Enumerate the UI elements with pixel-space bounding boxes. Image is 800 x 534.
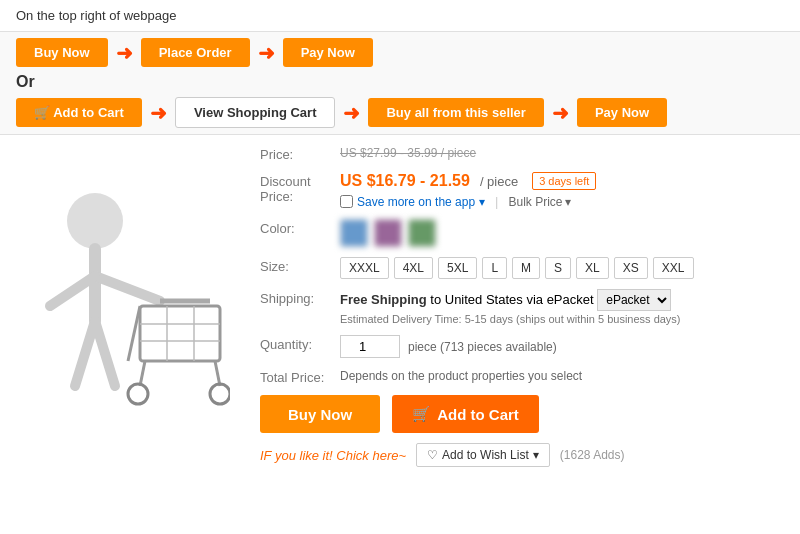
size-xxxl[interactable]: XXXL bbox=[340, 257, 389, 279]
save-app-checkbox[interactable]: Save more on the app ▾ bbox=[340, 195, 485, 209]
cart-icon-btn: 🛒 bbox=[412, 405, 431, 423]
discount-row: DiscountPrice: US $16.79 - 21.59 / piece… bbox=[260, 172, 790, 209]
size-5xl[interactable]: 5XL bbox=[438, 257, 477, 279]
shipping-info: Free Shipping to United States via ePack… bbox=[340, 289, 790, 311]
total-price-row: Total Price: Depends on the product prop… bbox=[260, 368, 790, 385]
color-swatch-1[interactable] bbox=[340, 219, 368, 247]
if-like-text: IF you like it! Chick here~ bbox=[260, 448, 406, 463]
quantity-label: Quantity: bbox=[260, 335, 340, 352]
quantity-value: piece (713 pieces available) bbox=[340, 335, 790, 358]
place-order-button[interactable]: Place Order bbox=[141, 38, 250, 67]
top-banner-text: On the top right of webpage bbox=[16, 8, 176, 23]
heart-icon: ♡ bbox=[427, 448, 438, 462]
color-value bbox=[340, 219, 790, 247]
size-xs[interactable]: XS bbox=[614, 257, 648, 279]
quantity-available: piece (713 pieces available) bbox=[408, 340, 557, 354]
price-discount: US $16.79 - 21.59 bbox=[340, 172, 470, 190]
flow-row-1: Buy Now ➜ Place Order ➜ Pay Now bbox=[16, 38, 784, 67]
color-label: Color: bbox=[260, 219, 340, 236]
cart-figure-svg bbox=[20, 176, 230, 436]
svg-line-5 bbox=[95, 321, 115, 386]
shipping-label: Shipping: bbox=[260, 289, 340, 306]
discount-value: US $16.79 - 21.59 / piece 3 days left Sa… bbox=[340, 172, 790, 209]
quantity-row: Quantity: piece (713 pieces available) bbox=[260, 335, 790, 358]
add-to-cart-flow-button[interactable]: 🛒 Add to Cart bbox=[16, 98, 142, 127]
size-s[interactable]: S bbox=[545, 257, 571, 279]
days-left-badge: 3 days left bbox=[532, 172, 596, 190]
view-shopping-cart-button[interactable]: View Shopping Cart bbox=[175, 97, 336, 128]
add-to-cart-main-button[interactable]: 🛒 Add to Cart bbox=[392, 395, 539, 433]
if-like-row: IF you like it! Chick here~ ♡ Add to Wis… bbox=[260, 443, 790, 467]
shipping-select[interactable]: ePacket bbox=[597, 289, 671, 311]
arrow-4: ➜ bbox=[343, 101, 360, 125]
svg-line-3 bbox=[50, 276, 95, 306]
or-label: Or bbox=[16, 73, 35, 91]
size-label: Size: bbox=[260, 257, 340, 274]
save-app-input[interactable] bbox=[340, 195, 353, 208]
size-xl[interactable]: XL bbox=[576, 257, 609, 279]
shipping-value: Free Shipping to United States via ePack… bbox=[340, 289, 790, 325]
buy-all-seller-button[interactable]: Buy all from this seller bbox=[368, 98, 543, 127]
buy-now-main-button[interactable]: Buy Now bbox=[260, 395, 380, 433]
total-price-text: Depends on the product properties you se… bbox=[340, 369, 582, 383]
product-details: Price: US $27.99 - 35.99 / piece Discoun… bbox=[240, 145, 790, 467]
size-xxl[interactable]: XXL bbox=[653, 257, 694, 279]
top-banner: On the top right of webpage bbox=[0, 0, 800, 32]
pay-now-bottom-button[interactable]: Pay Now bbox=[577, 98, 667, 127]
wishlist-button[interactable]: ♡ Add to Wish List ▾ bbox=[416, 443, 550, 467]
size-l[interactable]: L bbox=[482, 257, 507, 279]
buy-now-top-button[interactable]: Buy Now bbox=[16, 38, 108, 67]
total-price-label: Total Price: bbox=[260, 368, 340, 385]
size-buttons: XXXL 4XL 5XL L M S XL XS XXL bbox=[340, 257, 790, 279]
discount-label: DiscountPrice: bbox=[260, 172, 340, 204]
svg-line-16 bbox=[128, 306, 140, 361]
color-row: Color: bbox=[260, 219, 790, 247]
total-price-value: Depends on the product properties you se… bbox=[340, 368, 790, 383]
or-row: Or bbox=[16, 73, 784, 91]
adds-count: (1628 Adds) bbox=[560, 448, 625, 462]
wishlist-label: Add to Wish List bbox=[442, 448, 529, 462]
arrow-2: ➜ bbox=[258, 41, 275, 65]
svg-line-12 bbox=[140, 361, 145, 386]
arrow-3: ➜ bbox=[150, 101, 167, 125]
svg-point-0 bbox=[67, 193, 123, 249]
flow-section: Buy Now ➜ Place Order ➜ Pay Now Or 🛒 Add… bbox=[0, 32, 800, 135]
svg-point-15 bbox=[210, 384, 230, 404]
pay-now-top-button[interactable]: Pay Now bbox=[283, 38, 373, 67]
svg-rect-7 bbox=[140, 306, 220, 361]
flow-row-2: 🛒 Add to Cart ➜ View Shopping Cart ➜ Buy… bbox=[16, 97, 784, 128]
color-swatch-2[interactable] bbox=[374, 219, 402, 247]
size-value: XXXL 4XL 5XL L M S XL XS XXL bbox=[340, 257, 790, 279]
svg-point-14 bbox=[128, 384, 148, 404]
size-row: Size: XXXL 4XL 5XL L M S XL XS XXL bbox=[260, 257, 790, 279]
bulk-price-dropdown[interactable]: Bulk Price ▾ bbox=[508, 195, 570, 209]
main-area: Price: US $27.99 - 35.99 / piece Discoun… bbox=[0, 135, 800, 477]
product-image-section bbox=[10, 145, 240, 467]
save-app-arrow: ▾ bbox=[479, 195, 485, 209]
free-shipping-text: Free Shipping bbox=[340, 292, 427, 307]
price-original: US $27.99 - 35.99 / piece bbox=[340, 146, 476, 160]
svg-line-2 bbox=[95, 276, 160, 301]
price-label: Price: bbox=[260, 145, 340, 162]
arrow-5: ➜ bbox=[552, 101, 569, 125]
delivery-time: Estimated Delivery Time: 5-15 days (ship… bbox=[340, 313, 790, 325]
quantity-input[interactable] bbox=[340, 335, 400, 358]
save-app-label: Save more on the app bbox=[357, 195, 475, 209]
price-unit: / piece bbox=[480, 174, 518, 189]
size-m[interactable]: M bbox=[512, 257, 540, 279]
price-value: US $27.99 - 35.99 / piece bbox=[340, 145, 790, 160]
svg-line-4 bbox=[75, 321, 95, 386]
wishlist-dropdown-arrow: ▾ bbox=[533, 448, 539, 462]
svg-line-13 bbox=[215, 361, 220, 386]
color-swatch-3[interactable] bbox=[408, 219, 436, 247]
shipping-row: Shipping: Free Shipping to United States… bbox=[260, 289, 790, 325]
size-4xl[interactable]: 4XL bbox=[394, 257, 433, 279]
shipping-destination: to United States via ePacket bbox=[430, 292, 593, 307]
color-swatches bbox=[340, 219, 790, 247]
price-row: Price: US $27.99 - 35.99 / piece bbox=[260, 145, 790, 162]
action-buttons: Buy Now 🛒 Add to Cart bbox=[260, 395, 790, 433]
arrow-1: ➜ bbox=[116, 41, 133, 65]
